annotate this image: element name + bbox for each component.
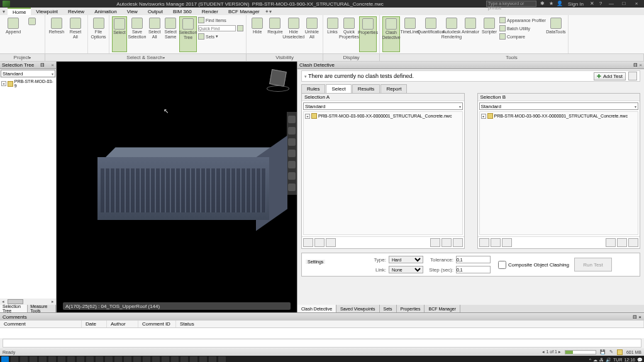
comments-list[interactable] — [0, 328, 644, 338]
comment-input[interactable] — [3, 339, 641, 348]
sel-b-btn-3[interactable] — [502, 238, 512, 247]
tray-clock[interactable]: 12:16 — [624, 358, 635, 362]
type-select[interactable]: Hard — [389, 256, 423, 263]
col-status[interactable]: Status — [176, 321, 644, 327]
add-test-button[interactable]: ✚Add Test — [594, 72, 626, 80]
quick-find-input[interactable] — [198, 25, 236, 31]
qat-dropdown[interactable]: ▾ — [0, 9, 8, 14]
keyword-search[interactable]: Type a keyword or phrase — [486, 1, 536, 7]
refresh-button[interactable] — [25, 16, 39, 26]
comments-pin-icon[interactable]: ⊟ — [633, 314, 637, 320]
3d-viewport[interactable]: ↖ A(170)-25(62) : 04_TOS_UpperRoof (144) — [57, 62, 297, 312]
subtab-results[interactable]: Results — [352, 84, 380, 93]
task-view-icon[interactable] — [20, 356, 28, 362]
tab-view[interactable]: View — [122, 8, 143, 15]
refresh-button-2[interactable]: Refresh — [48, 16, 65, 52]
datatools-button[interactable]: DataTools — [547, 16, 565, 52]
app-icon-12[interactable] — [190, 356, 197, 362]
test-settings-icon[interactable] — [628, 72, 637, 80]
sel-a-tree[interactable]: +PRB-STR-MOD-03-900-XX-0000001_STRUCTURA… — [303, 111, 463, 235]
tolerance-input[interactable] — [456, 256, 491, 263]
panel-pin-icon[interactable]: ⊟ — [40, 62, 45, 68]
unhide-all-button[interactable]: Unhide All — [304, 16, 320, 52]
col-comment-id[interactable]: Comment ID — [138, 321, 176, 327]
minimize-button[interactable]: — — [606, 1, 616, 7]
selection-tree[interactable]: + PRB-STR-MOD-03-9 — [0, 78, 56, 299]
panel-close-icon[interactable]: × — [51, 62, 54, 68]
tray-cloud-icon[interactable]: ☁ — [593, 358, 597, 363]
start-button[interactable] — [1, 356, 9, 362]
tray-network-icon[interactable]: 🖧 — [599, 358, 604, 362]
selection-tree-button[interactable]: Selection Tree — [179, 16, 197, 52]
quick-properties-button[interactable]: Quick Properties — [340, 16, 358, 52]
3d-model[interactable] — [88, 137, 277, 238]
revit-icon[interactable] — [67, 356, 75, 362]
exchange-icon[interactable]: ✕ — [589, 1, 595, 7]
tab-home[interactable]: Home — [8, 8, 31, 15]
tab-measure-tools[interactable]: Measure Tools — [28, 305, 56, 312]
sel-b-tree[interactable]: +PRB-STR-MOD-03-900-XX-0000001_STRUCTURA… — [479, 111, 639, 235]
tab-review[interactable]: Review — [63, 8, 89, 15]
subtab-rules[interactable]: Rules — [301, 84, 325, 93]
link-select[interactable]: None — [389, 266, 423, 273]
tab-output[interactable]: Output — [143, 8, 168, 15]
tree-mode-dropdown[interactable]: Standard — [1, 70, 55, 77]
btab-bcf[interactable]: BCF Manager — [425, 305, 460, 312]
app-icon-2[interactable] — [86, 356, 94, 362]
sel-a-btn-3[interactable] — [326, 238, 336, 247]
tab-selection-tree[interactable]: Selection Tree — [0, 305, 28, 312]
sel-b-btn-5[interactable] — [617, 238, 627, 247]
app-icon-8[interactable] — [152, 356, 160, 362]
comments-close-icon[interactable]: × — [638, 314, 641, 320]
col-date[interactable]: Date — [82, 321, 107, 327]
app-icon-7[interactable] — [143, 356, 150, 362]
scripter-button[interactable]: Scripter — [480, 16, 498, 52]
sel-a-mode-dropdown[interactable]: Standard — [303, 102, 463, 110]
sel-a-btn-4[interactable] — [430, 238, 440, 247]
tray-lang[interactable]: TUR — [613, 358, 622, 362]
sets-dropdown[interactable]: Sets ▾ — [198, 33, 243, 40]
quick-find-go-icon[interactable] — [237, 25, 243, 31]
app-icon-1[interactable] — [77, 356, 84, 362]
tray-notifications-icon[interactable]: 💬 — [637, 358, 643, 363]
help-icon[interactable]: ? — [597, 1, 604, 7]
quantification-button[interactable]: Quantification — [420, 16, 441, 52]
btab-saved-vp[interactable]: Saved Viewpoints — [336, 305, 380, 312]
col-comment[interactable]: Comment — [0, 321, 82, 327]
star-icon[interactable]: ★ — [548, 1, 554, 7]
look-icon[interactable] — [288, 161, 296, 168]
select-all-button[interactable]: Select All — [147, 16, 162, 52]
append-button[interactable]: Append — [3, 16, 24, 52]
app-icon-14[interactable] — [209, 356, 216, 362]
file-options-button[interactable]: File Options — [91, 16, 106, 52]
sel-a-btn-6[interactable] — [453, 238, 463, 247]
tab-viewpoint[interactable]: Viewpoint — [31, 8, 63, 15]
select-button[interactable]: Select — [112, 16, 127, 52]
tab-animation[interactable]: Animation — [89, 8, 122, 15]
tray-volume-icon[interactable]: 🔊 — [606, 358, 611, 363]
btab-sets[interactable]: Sets — [380, 305, 397, 312]
chrome-icon[interactable] — [58, 356, 65, 362]
edge-icon[interactable] — [39, 356, 47, 362]
tab-bim360[interactable]: BIM 360 — [168, 8, 197, 15]
app-icon-4[interactable] — [114, 356, 122, 362]
appearance-profiler-button[interactable]: Appearance Profiler — [499, 16, 546, 24]
sel-b-mode-dropdown[interactable]: Standard — [479, 102, 639, 110]
pan-icon[interactable] — [288, 127, 296, 134]
sel-b-btn-2[interactable] — [491, 238, 501, 247]
links-button[interactable]: Links — [326, 16, 339, 52]
close-button[interactable]: × — [631, 1, 641, 7]
group-project[interactable]: Project — [0, 54, 45, 61]
sel-b-btn-6[interactable] — [628, 238, 638, 247]
btab-clash[interactable]: Clash Detective — [297, 305, 336, 312]
ribbon-collapse-icon[interactable]: ✦▾ — [265, 9, 272, 14]
search-icon[interactable] — [11, 356, 18, 362]
app-icon-11[interactable] — [180, 356, 188, 362]
batch-utility-button[interactable]: Batch Utility — [499, 25, 546, 32]
autocad-icon[interactable] — [96, 356, 103, 362]
app-icon-10[interactable] — [171, 356, 179, 362]
compare-button[interactable]: Compare — [499, 33, 546, 40]
col-author[interactable]: Author — [107, 321, 138, 327]
sel-a-btn-5[interactable] — [441, 238, 452, 247]
user-icon[interactable]: 👤 — [557, 1, 563, 7]
